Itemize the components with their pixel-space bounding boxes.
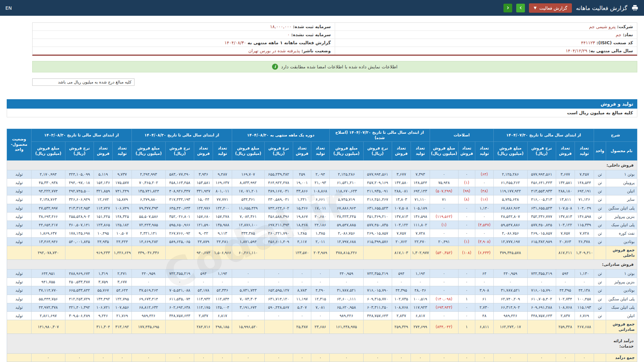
value-cell: ۱۵,۸۷۹: [113, 195, 132, 204]
unit-cell: تن: [594, 229, 606, 237]
value-cell: ۲,۱۲۵,۲۸۶: [493, 170, 527, 179]
value-cell: ۲,۸۶۱,۶۹۷: [31, 311, 65, 320]
product-name-cell: پلی اتیلن سبک: [606, 221, 637, 229]
value-cell: ۴۴,۳۹۵: [556, 286, 575, 295]
value-cell: ۱۰۸,۷۶۸: [556, 303, 575, 311]
value-cell: ۴۱۲,۲۵۳,۷۲۹: [65, 295, 94, 303]
report-period-value: ۱۴۰۴/۰۸/۳۰: [224, 40, 246, 45]
value-cell: ۰: [430, 286, 458, 295]
report-type-dropdown[interactable]: گزارش فعالیت ▼: [529, 3, 572, 13]
value-cell: ۰: [293, 354, 311, 362]
value-cell: ۱۰۳,۱۲۲: [392, 221, 411, 229]
company-field: شرکت: پترو شیمی جم: [335, 23, 637, 31]
value-cell: ۱۹,۰۰۱: [293, 179, 311, 187]
value-cell: ۶۱۵,۳۹۹,۵۷۶: [363, 237, 392, 246]
value-cell: (۳,۵۳۷): [475, 221, 494, 229]
value-cell: ۰: [94, 354, 113, 362]
value-cell: ۳,۷۵۹: [94, 278, 113, 286]
value-cell: ۰: [430, 354, 458, 362]
value-cell: ۰: [575, 354, 594, 362]
value-cell: ۱۵۷,۲۷۸: [213, 212, 232, 221]
fiscal-year-field: سال مالی منتهی به: ۱۴۰۴/۱۲/۲۹: [335, 47, 637, 55]
value-cell: ۰: [392, 354, 411, 362]
value-cell: ۰: [458, 278, 475, 286]
value-cell: ۱۲۵,۰۰۴: [213, 303, 232, 311]
product-row: بوتادینتن۲۶,۳۷۸۲۰,۷۶۳۶۱۵,۳۸۲,۹۸۹۱۲,۷۷۷,۱…: [7, 237, 637, 246]
value-cell: ۶۵۵,۲۳۹,۳۸۲: [264, 170, 293, 179]
next-report-button[interactable]: ›: [516, 4, 525, 12]
value-cell: ۳,۶۷۷: [556, 170, 575, 179]
value-cell: ۶۶۵,۵۳۳,۸۴۲: [65, 286, 94, 295]
product-name-cell: جمع فروش داخلی: [606, 246, 637, 259]
product-row: بنزین پیرولیزتن۰۰۰۰۰۰۰۰۰۰۰۰۰۰۰۰۰۰۰۳,۶۷۷۳…: [7, 278, 637, 286]
value-cell: ۰: [165, 278, 194, 286]
col-group-ytd-0830: از ابتدای سال مالی تا تاریخ ۱۴۰۴/۰۸/۳۰: [131, 129, 232, 142]
value-cell: ۱۱۹,۱۷۷,۹۲۲: [493, 187, 527, 195]
value-cell: ۶,۲۷۹,۸۸۰: [131, 195, 165, 204]
value-cell: ۶۴: [475, 269, 494, 278]
value-cell: ۲,۴۲۱,۱۴۱: [131, 229, 165, 237]
value-cell: ۲۰,۷۶۲: [392, 237, 411, 246]
product-row: سایرتن۷۱,۱۲۶۱۳,۸۱۱۴۱۶,۰۰۵,۲۱۳۵,۷۴۵,۶۴۸(۱…: [7, 195, 637, 204]
value-cell: ۱۰,۵۰۷: [113, 229, 132, 237]
value-cell: ۲۴,۴۸۱: [213, 237, 232, 246]
isic-label: کد صنعت (ISIC):: [596, 40, 633, 45]
unit-cell: [594, 246, 606, 259]
col-g5-sales-qty: تعداد فروش: [194, 142, 213, 161]
value-cell: ۱۵,۰۴۴: [194, 195, 213, 204]
value-cell: ۵۲,۳۳۶: [213, 286, 232, 295]
value-cell: ۰: [458, 311, 475, 320]
value-cell: ۳,۹۳۶: [194, 170, 213, 179]
value-cell: ۶۷,۸۸۶,۹۶۴: [329, 204, 363, 212]
value-cell: ۳۷۹,۳۴۵,۵۷۸: [493, 246, 527, 259]
value-cell: ۶۱۱,۵۳۵,۰۷۴: [165, 295, 194, 303]
value-cell: ۴۴,۹۷۲,۳۷۸: [31, 303, 65, 311]
value-cell: ۶۶,۳۱۴,۹۰۲: [493, 303, 527, 311]
value-cell: (۵۰۷,۲۹۹): [430, 187, 458, 195]
language-switch[interactable]: EN: [5, 5, 12, 11]
value-cell: ۷,۴۵۷: [575, 170, 594, 179]
value-cell: ۰: [165, 354, 194, 362]
value-cell: ۷,۰۷۳,۳۰۳: [232, 295, 264, 303]
value-cell: ۰: [264, 269, 293, 278]
value-cell: ۴۸: [475, 311, 494, 320]
value-cell: ۱۰۲,۷۳۵: [392, 295, 411, 303]
value-cell: ۷۲,۴۲۳,۹۸۵: [131, 221, 165, 229]
value-cell: ۳۱۳,۱۹۲: [113, 320, 132, 334]
report-period-field: گزارش فعالیت ماهانه ۱ ماهه منتهی به ۱۴۰۴…: [33, 39, 335, 47]
section-note: کلیه مبالغ به میلیون ریال است: [7, 109, 637, 117]
value-cell: ۲۶۷,۷۶۶,۰۹۲: [165, 229, 194, 237]
value-cell: ۰: [575, 278, 594, 286]
value-cell: ۱۰۲,۷۳۴: [556, 295, 575, 303]
col-g1-amount: مبلغ فروش (میلیون ریال): [493, 142, 527, 161]
prev-report-button[interactable]: ‹: [503, 4, 512, 12]
banner-text: اطلاعات نمایش داده شده با اطلاعات امضا ش…: [281, 64, 397, 69]
col-g1-production: تعداد تولید: [575, 142, 594, 161]
info-row: کد صنعت (ISIC): ۴۴۱۱۲۳ گزارش فعالیت ماها…: [33, 39, 637, 47]
value-cell: ۷۱,۱۱۰: [411, 195, 430, 204]
product-row: بوتادینتن۴۴,۱۳۸۴۴,۳۹۵۷۱۶,۰۱۵,۷۹۰۳۱,۷۸۷,۵…: [7, 286, 637, 295]
status-cell: تولید: [7, 286, 32, 295]
report-period-label: گزارش فعالیت ماهانه ۱ ماهه منتهی به: [248, 40, 331, 45]
value-cell: ۵۵,۵۰۷,۵۸۶: [131, 212, 165, 221]
value-cell: ۶۹,۶۷۳,۴۱۴: [131, 295, 165, 303]
value-cell: ۳,۶۷۷: [392, 170, 411, 179]
value-cell: ۱۰۸,۷۶۸: [392, 303, 411, 311]
value-cell: ۱۰۴,۰۴۹: [575, 204, 594, 212]
value-cell: ۲,۰۸۶,۷۵۶: [329, 229, 363, 237]
printer-icon[interactable]: [631, 5, 639, 11]
value-cell: ۳۰۹,۵۰۶,۴۸۹: [65, 311, 94, 320]
value-cell: ۰: [493, 354, 527, 362]
value-cell: ۷۱,۱۲۶: [575, 195, 594, 204]
col-group-one-month-0830: دوره یک ماهه منتهی به ۱۴۰۴/۰۸/۳۰: [232, 129, 329, 142]
product-name-cell: جمع فروش صادراتی: [606, 320, 637, 334]
value-cell: ۲۵۰,۵۳۳,۳۸۷: [65, 278, 94, 286]
total-row: جمع درآمد۰۰۰۰۰۰۰۰۰۰۰۰۰۰۰۰۰۰۰۰۰۰۰: [7, 354, 637, 362]
value-cell: ۱,۲۴۱: [293, 195, 311, 204]
value-cell: ۴۴,۱۳۸: [575, 286, 594, 295]
value-cell: ۱,۳۱۹: [94, 269, 113, 278]
value-cell: ۲۲,۴۷۰: [411, 237, 430, 246]
value-cell: ۵۹,۵۴۷,۸۸۵: [329, 221, 363, 229]
col-g6-rate: نرخ فروش (ریال): [65, 142, 94, 161]
col-g3-production: تعداد تولید: [411, 142, 430, 161]
